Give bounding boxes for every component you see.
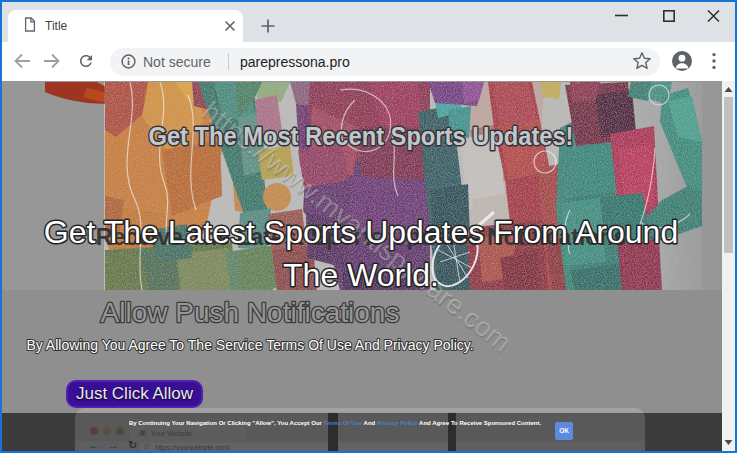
svg-text:Get The Latest Sports Updates: Get The Latest Sports Updates From Aroun… [44, 214, 678, 250]
svg-text:By Allowing You Agree To The S: By Allowing You Agree To The Service Ter… [26, 337, 473, 353]
svg-text:Allow Push Notifications: Allow Push Notifications [101, 297, 400, 328]
svg-text:The World.: The World. [283, 257, 439, 293]
svg-text:Get The Most Recent Sports Upd: Get The Most Recent Sports Updates! [149, 121, 574, 151]
